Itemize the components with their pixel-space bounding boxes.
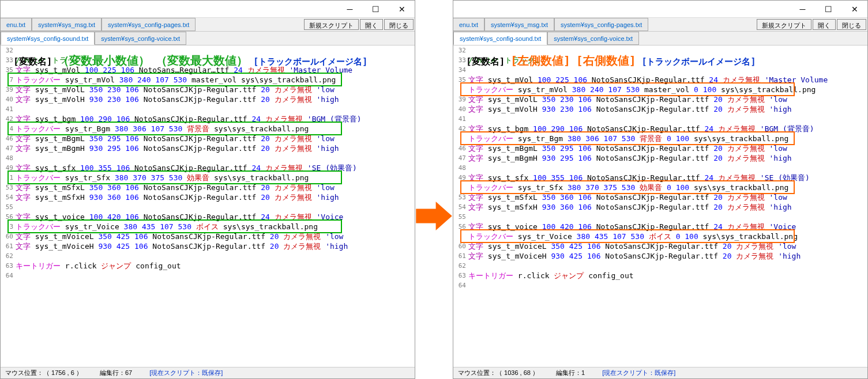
code-line[interactable]: 61文字 sys_t_mVoiceH 930 425 106 NotoSansC…	[454, 251, 867, 261]
line-number: 64	[454, 281, 466, 290]
code-line[interactable]: 48	[2, 153, 415, 163]
code-line[interactable]: 47文字 sys_t_mBgmH 930 295 106 NotoSansCJK…	[454, 153, 867, 163]
code-line[interactable]: 55	[2, 202, 415, 212]
code-line[interactable]: 63キートリガー r.click ジャンプ config_out	[2, 261, 415, 271]
file-tab[interactable]: system¥sys_msg.txt	[484, 18, 554, 31]
code-line[interactable]: トラックバー sys_tr_Sfx 380 370 375 530 効果音 0 …	[454, 183, 867, 192]
maximize-button[interactable]: ☐	[816, 1, 841, 17]
code-line[interactable]: 53文字 sys_t_mSfxL 350 360 106 NotoSansCJK…	[2, 183, 415, 192]
code-line[interactable]: 64	[454, 281, 867, 290]
file-tab[interactable]: system¥sys_config-voice.txt	[95, 32, 186, 45]
file-tab[interactable]: system¥sys_config-voice.txt	[547, 32, 639, 45]
code-line[interactable]: 33//note: トラック…	[2, 55, 415, 65]
new-script-button[interactable]: 新規スクリプト	[757, 19, 811, 30]
line-number: 1	[2, 173, 13, 183]
code-line[interactable]: 62	[2, 251, 415, 261]
code-line[interactable]: 35文字 sys_t_mVol 100 225 106 NotoSans…Reg…	[2, 65, 415, 75]
line-number: 40	[2, 94, 13, 104]
code-content: 文字 sys_t_mVoiceH 930 425 106 NotoSansCJK…	[16, 241, 415, 251]
code-editor[interactable]: [変数名] [左側数値] [右側数値] [トラックボールイメージ名] 3233/…	[453, 46, 867, 367]
file-tab[interactable]: system¥sys_config-sound.txt	[1, 32, 95, 45]
code-line[interactable]: 63キートリガー r.click ジャンプ config_out	[454, 271, 867, 281]
code-line[interactable]: 60文字 sys_t_mVoiceL 350 425 106 NotoSansC…	[2, 232, 415, 241]
code-line[interactable]: 42文字 sys_t_bgm 100 290 106 NotoSansCJKjp…	[2, 114, 415, 124]
code-line[interactable]: 56文字 sys_t_voice 100 420 106 NotoSansCJK…	[454, 222, 867, 232]
minimize-button[interactable]: ─	[790, 1, 816, 17]
line-number: 60	[2, 232, 13, 241]
code-line[interactable]: 54文字 sys_t_mSfxH 930 360 106 NotoSansCJK…	[2, 192, 415, 202]
file-tab[interactable]: system¥sys_msg.txt	[32, 18, 102, 31]
minimize-button[interactable]: ─	[337, 1, 363, 17]
status-mouse-pos: マウス位置：（ 1036 , 68 ）	[458, 369, 539, 377]
code-line[interactable]: 46文字 sys_t_mBgmL 350 295 106 NotoSansCJK…	[454, 143, 867, 153]
code-line[interactable]: トラックバー sys_tr_Voice 380 435 107 530 ボイス …	[454, 232, 867, 241]
code-line[interactable]: トラックバー sys_tr_Bgm 380 306 107 530 背景音 0 …	[454, 134, 867, 143]
code-line[interactable]: 32	[454, 46, 867, 55]
code-line[interactable]: 60文字 sys_t_mVoiceL 350 425 106 NotoSansC…	[454, 241, 867, 251]
code-line[interactable]: 4トラックバー sys_tr_Bgm 380 306 107 530 背景音 s…	[2, 124, 415, 134]
line-number: 33	[454, 55, 466, 65]
code-line[interactable]: 41	[454, 114, 867, 124]
line-number: 48	[454, 163, 466, 173]
code-line[interactable]: 62	[454, 261, 867, 271]
code-content	[16, 202, 415, 212]
code-line[interactable]: 56文字 sys_t_voice 100 420 106 NotoSansCJK…	[2, 212, 415, 222]
code-line[interactable]: 42文字 sys_t_bgm 100 290 106 NotoSansCJKjp…	[454, 124, 867, 134]
code-line[interactable]: 32	[2, 46, 415, 55]
close-button[interactable]: ✕	[389, 1, 415, 17]
code-line[interactable]: 33//note: トラック…	[454, 55, 867, 65]
line-number	[454, 85, 466, 94]
titlebar: ─ ☐ ✕	[1, 1, 415, 18]
code-line[interactable]: 7トラックバー sys_tr_mVol 380 240 107 530 mast…	[2, 75, 415, 85]
new-script-button[interactable]: 新規スクリプト	[304, 19, 359, 30]
code-content: 文字 sys_t_bgm 100 290 106 NotoSansCJKjp-R…	[16, 114, 415, 124]
code-content	[468, 46, 867, 55]
code-line[interactable]: 1トラックバー sys_tr_Sfx 380 370 375 530 効果音 s…	[2, 173, 415, 183]
code-content: 文字 sys_t_mVoiceL 350 425 106 NotoSansCJK…	[468, 241, 867, 251]
code-line[interactable]: 39文字 sys_t_mVolL 350 230 106 NotoSansCJK…	[2, 85, 415, 94]
code-content: 文字 sys_t_mVol 100 225 106 NotoSansCJKjp-…	[468, 75, 867, 85]
code-line[interactable]: 47文字 sys_t_mBgmH 930 295 106 NotoSansCJK…	[2, 143, 415, 153]
file-tab[interactable]: system¥sys_config-pages.txt	[102, 18, 196, 31]
file-tab[interactable]: system¥sys_config-pages.txt	[554, 18, 648, 31]
file-tab[interactable]: enu.txt	[453, 18, 484, 31]
code-content: 文字 sys_t_mVol 100 225 106 NotoSans…Regul…	[16, 65, 415, 75]
code-content: 文字 sys_t_mBgmL 350 295 106 NotoSansCJKjp…	[16, 134, 415, 143]
code-line[interactable]: トラックバー sys_tr_mVol 380 240 107 530 maste…	[454, 85, 867, 94]
code-line[interactable]: 64	[2, 271, 415, 281]
code-line[interactable]: 46文字 sys_t_mBgmL 350 295 106 NotoSansCJK…	[2, 134, 415, 143]
code-line[interactable]: 49文字 sys_t_sfx 100 355 106 NotoSansCJKjp…	[454, 173, 867, 183]
open-button[interactable]: 開く	[360, 19, 383, 30]
code-line[interactable]: 34	[454, 65, 867, 75]
close-button[interactable]: ✕	[841, 1, 867, 17]
code-line[interactable]: 48	[454, 163, 867, 173]
line-number: 46	[2, 134, 13, 143]
code-line[interactable]: 40文字 sys_t_mVolH 930 230 106 NotoSansCJK…	[2, 94, 415, 104]
line-number: 47	[454, 153, 466, 163]
code-line[interactable]: 54文字 sys_t_mSfxH 930 360 106 NotoSansCJK…	[454, 202, 867, 212]
status-edit-line: 編集行：1	[556, 369, 585, 377]
file-tab[interactable]: system¥sys_config-sound.txt	[453, 32, 547, 45]
code-content: 文字 sys_t_mVolH 930 230 106 NotoSansCJKjp…	[468, 104, 867, 114]
code-line[interactable]: 39文字 sys_t_mVolL 350 230 106 NotoSansCJK…	[454, 94, 867, 104]
code-line[interactable]: 55	[454, 212, 867, 222]
line-number	[454, 183, 466, 192]
code-line[interactable]: 35文字 sys_t_mVol 100 225 106 NotoSansCJKj…	[454, 75, 867, 85]
code-editor[interactable]: [変数名] （変数最小数値） （変数最大数値） [トラックボールイメージ名] 3…	[1, 46, 415, 367]
code-content: トラックバー sys_tr_mVol 380 240 107 530 maste…	[16, 75, 415, 85]
code-line[interactable]: 41	[2, 104, 415, 114]
code-line[interactable]: 61文字 sys_t_mVoiceH 930 425 106 NotoSansC…	[2, 241, 415, 251]
code-line[interactable]: 53文字 sys_t_mSfxL 350 360 106 NotoSansCJK…	[454, 192, 867, 202]
maximize-button[interactable]: ☐	[363, 1, 389, 17]
code-content	[468, 212, 867, 222]
code-line[interactable]: 3トラックバー sys_tr_Voice 380 435 107 530 ボイス…	[2, 222, 415, 232]
close-script-button[interactable]: 閉じる	[837, 19, 866, 30]
line-number	[454, 134, 466, 143]
open-button[interactable]: 開く	[813, 19, 836, 30]
code-line[interactable]: 49文字 sys_t_sfx 100 355 106 NotoSansCJKjp…	[2, 163, 415, 173]
file-tab[interactable]: enu.txt	[1, 18, 32, 31]
line-number: 49	[2, 163, 13, 173]
line-number: 46	[454, 143, 466, 153]
code-line[interactable]: 40文字 sys_t_mVolH 930 230 106 NotoSansCJK…	[454, 104, 867, 114]
close-script-button[interactable]: 閉じる	[384, 19, 414, 30]
